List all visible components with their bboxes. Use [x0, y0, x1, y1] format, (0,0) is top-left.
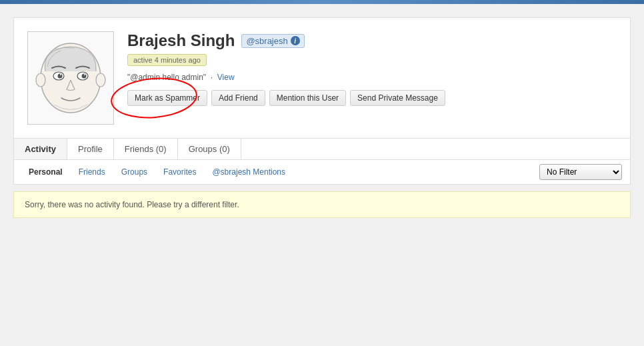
tab-groups[interactable]: Groups (0): [178, 139, 241, 159]
profile-name-row: Brajesh Singh @sbrajesh i: [127, 31, 617, 50]
profile-info: Brajesh Singh @sbrajesh i active 4 minut…: [127, 31, 617, 106]
action-buttons: Mark as Spammer Add Friend Mention this …: [127, 90, 617, 106]
subtab-favorites[interactable]: Favorites: [157, 165, 203, 179]
svg-point-1: [36, 73, 45, 87]
view-link[interactable]: View: [217, 73, 235, 82]
no-activity-notice: Sorry, there was no activity found. Plea…: [13, 191, 631, 218]
tab-profile[interactable]: Profile: [67, 139, 114, 159]
activity-filter-select[interactable]: No Filter Updates Posts New Friendships: [539, 164, 622, 180]
tab-friends[interactable]: Friends (0): [114, 139, 178, 159]
svg-point-7: [82, 74, 87, 79]
tab-activity[interactable]: Activity: [14, 139, 67, 159]
username-badge: @sbrajesh i: [241, 34, 304, 48]
page-wrapper: Brajesh Singh @sbrajesh i active 4 minut…: [0, 4, 644, 346]
sub-tabs: Personal Friends Groups Favorites @sbraj…: [22, 165, 292, 179]
profile-card: Brajesh Singh @sbrajesh i active 4 minut…: [13, 17, 631, 139]
svg-point-4: [58, 74, 63, 79]
active-status-badge: active 4 minutes ago: [127, 54, 207, 66]
subtab-friends[interactable]: Friends: [72, 165, 112, 179]
info-icon: i: [291, 36, 300, 45]
quoted-content: "@admin hello admin": [127, 73, 206, 82]
profile-name: Brajesh Singh: [127, 31, 235, 50]
subtab-groups[interactable]: Groups: [115, 165, 154, 179]
svg-point-2: [96, 73, 105, 87]
add-friend-button[interactable]: Add Friend: [211, 90, 265, 106]
notice-text: Sorry, there was no activity found. Plea…: [25, 200, 239, 209]
mention-user-button[interactable]: Mention this User: [269, 90, 346, 106]
subtab-personal[interactable]: Personal: [22, 165, 69, 179]
avatar-image: [31, 35, 111, 121]
subtab-mentions[interactable]: @sbrajesh Mentions: [205, 165, 292, 179]
svg-point-5: [60, 74, 61, 75]
main-tabs: Activity Profile Friends (0) Groups (0): [13, 139, 631, 160]
spammer-button-wrapper: Mark as Spammer: [127, 90, 207, 106]
avatar: [27, 31, 114, 125]
quoted-text: "@admin hello admin" · View: [127, 73, 617, 82]
sub-tabs-bar: Personal Friends Groups Favorites @sbraj…: [13, 160, 631, 185]
username-text: @sbrajesh: [246, 36, 287, 46]
svg-point-8: [84, 74, 85, 75]
send-pm-button[interactable]: Send Private Message: [350, 90, 445, 106]
mark-spammer-button[interactable]: Mark as Spammer: [127, 90, 207, 106]
